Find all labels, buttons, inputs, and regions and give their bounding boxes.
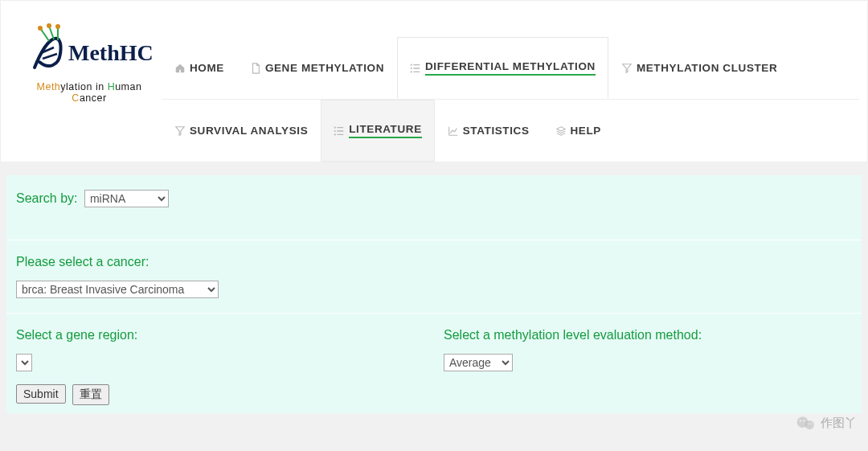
funnel-icon [174, 125, 186, 137]
region-select[interactable] [16, 354, 32, 371]
main-nav: HOME GENE METHYLATION DIFFERENTIAL METHY… [162, 9, 859, 162]
logo-icon: MethHC [25, 23, 154, 80]
nav-gene-methylation[interactable]: GENE METHYLATION [237, 37, 397, 99]
cancer-select[interactable]: brca: Breast Invasive Carcinoma [16, 281, 219, 298]
region-label: Select a gene region: [16, 328, 424, 342]
svg-point-17 [800, 420, 801, 421]
nav-literature[interactable]: LITERATURE [321, 100, 435, 162]
cancer-section: Please select a cancer: brca: Breast Inv… [6, 240, 862, 314]
nav-label: SURVIVAL ANALYSIS [190, 125, 308, 137]
list-icon [334, 125, 345, 137]
svg-point-11 [411, 71, 412, 72]
stack-icon [555, 125, 567, 137]
nav-differential-methylation[interactable]: DIFFERENTIAL METHYLATION [397, 37, 608, 99]
svg-point-19 [808, 424, 809, 425]
search-by-select[interactable]: miRNA [84, 190, 169, 207]
nav-row-1: HOME GENE METHYLATION DIFFERENTIAL METHY… [162, 37, 859, 100]
logo-subtitle: Methylation in Human Cancer [25, 81, 154, 104]
nav-statistics[interactable]: STATISTICS [435, 100, 542, 162]
nav-survival-analysis[interactable]: SURVIVAL ANALYSIS [162, 100, 321, 162]
nav-home[interactable]: HOME [162, 37, 237, 99]
submit-button[interactable]: Submit [16, 384, 66, 404]
header: MethHC Methylation in Human Cancer HOME … [0, 0, 868, 162]
method-section: Select a methylation level evaluation me… [434, 314, 862, 379]
svg-point-12 [334, 126, 336, 128]
region-section: Select a gene region: [6, 314, 434, 379]
method-select[interactable]: Average [444, 354, 513, 371]
nav-help[interactable]: HELP [542, 100, 614, 162]
list-icon [410, 63, 421, 74]
svg-point-5 [38, 26, 43, 31]
nav-label: GENE METHYLATION [265, 62, 384, 74]
svg-point-10 [411, 67, 412, 68]
nav-label: HELP [571, 125, 601, 137]
svg-line-1 [43, 54, 57, 59]
search-by-label: Search by: [16, 191, 77, 205]
nav-methylation-cluster[interactable]: METHYLATION CLUSTER [608, 37, 790, 99]
nav-label: METHYLATION CLUSTER [637, 62, 777, 74]
nav-label: DIFFERENTIAL METHYLATION [425, 60, 596, 76]
logo[interactable]: MethHC Methylation in Human Cancer [9, 9, 162, 112]
search-by-section: Search by: miRNA [6, 175, 862, 240]
watermark-text: 作图丫 [821, 416, 857, 431]
home-icon [174, 63, 186, 74]
document-icon [250, 63, 261, 74]
cancer-label: Please select a cancer: [16, 255, 852, 269]
svg-point-7 [55, 24, 60, 29]
nav-label: STATISTICS [463, 125, 530, 137]
nav-row-2: SURVIVAL ANALYSIS LITERATURE STATISTICS … [162, 100, 859, 162]
form-buttons: Submit 重置 [6, 379, 862, 413]
reset-button[interactable]: 重置 [72, 384, 109, 405]
svg-point-18 [803, 420, 805, 421]
svg-point-16 [805, 420, 814, 429]
nav-label: LITERATURE [349, 123, 422, 138]
chart-icon [448, 125, 459, 137]
search-form: Search by: miRNA Please select a cancer:… [6, 175, 862, 413]
svg-point-13 [334, 129, 336, 131]
svg-point-14 [334, 133, 336, 135]
options-row: Select a gene region: Select a methylati… [6, 314, 862, 379]
watermark: 作图丫 [795, 414, 857, 432]
method-label: Select a methylation level evaluation me… [444, 328, 852, 342]
svg-point-20 [810, 424, 812, 425]
svg-text:MethHC: MethHC [68, 40, 154, 65]
svg-point-15 [797, 416, 809, 428]
nav-label: HOME [190, 62, 224, 74]
funnel-icon [621, 63, 633, 74]
svg-point-9 [411, 64, 412, 65]
wechat-icon [795, 414, 816, 432]
svg-point-6 [47, 23, 51, 28]
